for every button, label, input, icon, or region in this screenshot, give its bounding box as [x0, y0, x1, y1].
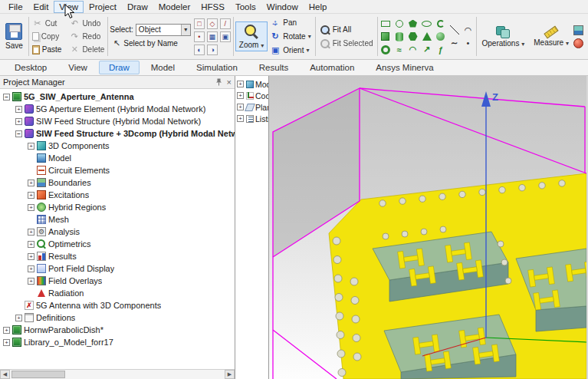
- tab-automation[interactable]: Automation: [300, 61, 364, 74]
- expand-icon[interactable]: +: [28, 229, 34, 236]
- expand-icon[interactable]: +: [28, 180, 34, 186]
- tree-item-analysis[interactable]: +Analysis: [0, 226, 235, 238]
- tree-item-siw-feed-structure-3dcomp-hybrid-modal-netw[interactable]: −SIW Feed Structure + 3Dcomp (Hybrid Mod…: [0, 127, 235, 140]
- expand-icon[interactable]: +: [237, 92, 244, 99]
- save-button[interactable]: Save: [2, 21, 27, 52]
- tree-item-circuit-elements[interactable]: Circuit Elements: [0, 164, 235, 176]
- tree-item-hornwparabolicdish[interactable]: +HornwParabolicDish*: [0, 324, 235, 336]
- draw-sphere-button[interactable]: [435, 31, 447, 43]
- tree-item-excitations[interactable]: +Excitations: [0, 189, 235, 201]
- select-edge-mode-button[interactable]: /: [219, 18, 232, 30]
- scrollbar-track[interactable]: [10, 370, 225, 379]
- tab-draw[interactable]: Draw: [99, 61, 140, 74]
- orient-button[interactable]: Orient▾: [268, 44, 311, 57]
- tree-item-hybrid-regions[interactable]: +Hybrid Regions: [0, 201, 235, 213]
- zoom-button[interactable]: Zoom ▾: [235, 21, 268, 51]
- draw-helix-button[interactable]: [393, 44, 406, 56]
- menu-draw[interactable]: Draw: [122, 1, 153, 13]
- tree-item-radiation[interactable]: Radiation: [0, 287, 235, 299]
- draw-sweep-button[interactable]: [421, 44, 433, 56]
- expand-icon[interactable]: +: [28, 253, 34, 260]
- draw-arc-button[interactable]: [462, 24, 475, 36]
- assign-boundary-button[interactable]: [573, 24, 585, 36]
- expand-icon[interactable]: +: [28, 278, 34, 285]
- select-face-mode-button[interactable]: ◇: [206, 18, 218, 30]
- menu-modeler[interactable]: Modeler: [153, 1, 196, 13]
- measure-button[interactable]: Measure ▾: [530, 24, 573, 49]
- draw-bondwire-button[interactable]: [407, 44, 419, 56]
- modeler-tree-item-coord[interactable]: +Coord...: [235, 90, 268, 101]
- menu-project[interactable]: Project: [84, 1, 122, 13]
- expand-icon[interactable]: +: [28, 204, 34, 211]
- draw-spline-button[interactable]: [448, 37, 461, 49]
- tree-item-3d-components[interactable]: +3D Components: [0, 140, 235, 152]
- menu-tools[interactable]: Tools: [230, 1, 261, 13]
- draw-cylinder-button[interactable]: [393, 31, 406, 43]
- tab-results[interactable]: Results: [249, 61, 298, 74]
- expand-icon[interactable]: +: [28, 192, 34, 199]
- expand-icon[interactable]: +: [15, 106, 22, 113]
- select-type-dropdown[interactable]: Object ▾: [136, 24, 191, 36]
- tree-item-definitions[interactable]: +Definitions: [0, 311, 235, 324]
- scrollbar-thumb[interactable]: [11, 371, 65, 378]
- project-manager-hscrollbar[interactable]: ◀ ▶: [0, 369, 235, 379]
- collapse-icon[interactable]: −: [15, 130, 22, 137]
- select-object-mode-button[interactable]: □: [193, 18, 205, 30]
- expand-icon[interactable]: +: [28, 241, 34, 248]
- draw-point-button[interactable]: [462, 37, 475, 49]
- tree-item-5g-antenna-with-3d-components[interactable]: 5G Antenna with 3D Components: [0, 299, 235, 311]
- draw-equation-surface-button[interactable]: [435, 44, 447, 56]
- menu-edit[interactable]: Edit: [28, 1, 54, 13]
- tree-item-results[interactable]: +Results: [0, 250, 235, 262]
- tree-item-mesh[interactable]: Mesh: [0, 213, 235, 226]
- scroll-left-icon[interactable]: ◀: [0, 370, 10, 379]
- select-multi-mode-button[interactable]: ▦: [206, 31, 218, 43]
- tree-item-model[interactable]: Model: [0, 152, 235, 164]
- draw-cone-button[interactable]: [421, 31, 433, 43]
- expand-icon[interactable]: +: [3, 339, 10, 346]
- modeler-tree-item-model[interactable]: +Model: [235, 78, 268, 90]
- select-behind-mode-button[interactable]: ◑: [206, 44, 218, 56]
- tab-ansys-minerva[interactable]: Ansys Minerva: [366, 61, 443, 74]
- select-vertex-mode-button[interactable]: •: [193, 31, 205, 43]
- tree-item-field-overlays[interactable]: +Field Overlays: [0, 275, 235, 287]
- pin-icon[interactable]: [215, 78, 222, 86]
- draw-box-button[interactable]: [379, 31, 392, 43]
- scroll-right-icon[interactable]: ▶: [225, 370, 235, 379]
- menu-hfss[interactable]: HFSS: [195, 1, 230, 13]
- draw-torus-button[interactable]: [379, 44, 392, 56]
- modeler-tree-item-planes[interactable]: +Planes: [235, 101, 268, 113]
- select-by-name-button[interactable]: ↖ Select by Name: [110, 37, 180, 50]
- tree-item-port-field-display[interactable]: +Port Field Display: [0, 262, 235, 275]
- collapse-icon[interactable]: −: [3, 94, 10, 101]
- operations-button[interactable]: Operations ▾: [478, 23, 529, 50]
- draw-ellipse-button[interactable]: [421, 18, 433, 30]
- tree-item-siw-feed-structure-hybrid-modal-network[interactable]: +SIW Feed Structure (Hybrid Modal Networ…: [0, 115, 235, 127]
- select-touching-mode-button[interactable]: ◐: [193, 44, 205, 56]
- select-inside-mode-button[interactable]: ▣: [219, 31, 232, 43]
- draw-spiral-button[interactable]: [435, 18, 447, 30]
- tree-item-5g-aperture-element-hybrid-modal-network[interactable]: +5G Aperture Element (Hybrid Modal Netwo…: [0, 103, 235, 115]
- tree-item-library-o-model-forr17[interactable]: +Library_o_Model_forr17: [0, 336, 235, 348]
- draw-circle-button[interactable]: [393, 18, 406, 30]
- assign-excitation-button[interactable]: [573, 37, 585, 49]
- tab-simulation[interactable]: Simulation: [186, 61, 248, 74]
- expand-icon[interactable]: +: [3, 327, 10, 334]
- draw-line-button[interactable]: [448, 24, 461, 36]
- fit-all-button[interactable]: Fit All: [317, 23, 353, 36]
- expand-icon[interactable]: +: [237, 104, 244, 110]
- close-icon[interactable]: ×: [227, 78, 232, 86]
- tree-item-5g-siw-aperture-antenna[interactable]: −5G_SIW_Aperture_Antenna: [0, 91, 235, 103]
- menu-window[interactable]: Window: [261, 1, 304, 13]
- expand-icon[interactable]: +: [15, 315, 22, 321]
- rotate-button[interactable]: Rotate▾: [268, 30, 313, 43]
- draw-regular-polygon-button[interactable]: [407, 18, 419, 30]
- expand-icon[interactable]: +: [237, 81, 244, 87]
- tab-view[interactable]: View: [58, 61, 97, 74]
- tab-model[interactable]: Model: [141, 61, 185, 74]
- pan-button[interactable]: Pan: [268, 16, 299, 29]
- modeler-3d-viewport[interactable]: Z: [269, 76, 588, 379]
- draw-polyhedron-button[interactable]: [407, 31, 419, 43]
- modeler-tree-item-lists[interactable]: +Lists: [235, 113, 268, 124]
- tree-item-optimetrics[interactable]: +Optimetrics: [0, 238, 235, 250]
